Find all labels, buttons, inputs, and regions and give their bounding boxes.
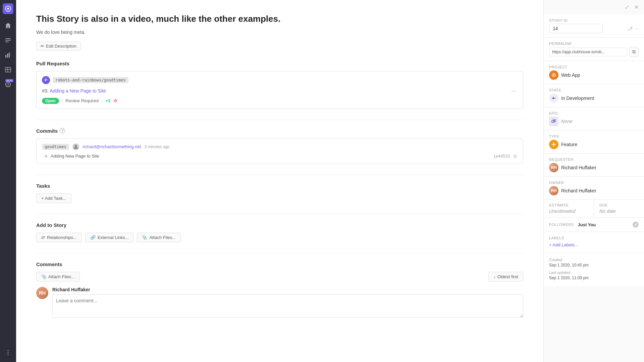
svg-point-24 xyxy=(553,143,555,145)
tasks-title: Tasks xyxy=(36,183,50,189)
home-nav-icon[interactable] xyxy=(2,19,14,32)
external-links-icon: 🔗 xyxy=(90,235,96,240)
commit-author-avatar xyxy=(72,143,79,150)
svg-point-14 xyxy=(8,354,9,355)
comments-section: Comments 📎 Attach Files... ↓ Oldest firs… xyxy=(36,261,523,319)
epic-icon xyxy=(549,117,558,126)
main-content: This Story is also in a video, much like… xyxy=(16,0,543,362)
owner-field[interactable]: Owner RH Richard Huffaker xyxy=(544,177,644,200)
svg-rect-2 xyxy=(5,38,11,39)
svg-rect-8 xyxy=(10,54,11,55)
commenter-name: Richard Huffaker xyxy=(52,287,523,292)
svg-rect-9 xyxy=(5,67,11,72)
created-value: Sep 1 2020, 10:45 pm xyxy=(549,263,589,267)
delete-commit-icon[interactable]: 🗑 xyxy=(513,154,518,159)
pr-number: #3: xyxy=(42,88,48,94)
add-task-button[interactable]: + Add Task... xyxy=(36,193,71,203)
app-logo[interactable] xyxy=(3,3,13,14)
commits-help-icon[interactable]: ? xyxy=(60,128,65,133)
attach-files-comments-icon: 📎 xyxy=(41,274,47,279)
svg-point-1 xyxy=(7,8,9,10)
permalink-input[interactable] xyxy=(549,48,627,56)
commit-message: Adding New Page to Site xyxy=(51,154,99,159)
commit-dot-icon xyxy=(45,155,47,158)
type-value: Feature xyxy=(561,142,577,147)
svg-rect-3 xyxy=(5,40,11,41)
commit-time: 3 minutes ago xyxy=(144,144,169,149)
commit-card: goodtimes richard@richardsomething.net 3… xyxy=(36,138,523,164)
type-field[interactable]: Type Feature xyxy=(544,130,644,154)
remove-follower-button[interactable]: ✕ xyxy=(633,222,639,228)
requester-label: Requester xyxy=(549,158,639,162)
right-sidebar-header: ⤢ ✕ xyxy=(544,0,644,14)
requester-field[interactable]: Requester RH Richard Huffaker xyxy=(544,154,644,177)
more-dots-icon[interactable]: ··· xyxy=(635,26,639,31)
created-row: Created Sep 1 2020, 10:45 pm xyxy=(549,257,639,267)
svg-rect-7 xyxy=(9,53,10,58)
svg-point-17 xyxy=(553,74,554,76)
owner-avatar: RH xyxy=(549,186,558,195)
commit-branch-badge: goodtimes xyxy=(42,144,69,150)
stories-nav-icon[interactable] xyxy=(2,34,14,46)
last-updated-row: Last updated Sep 1 2020, 11:09 pm xyxy=(549,269,639,280)
attach-files-story-button[interactable]: 📎 Attach Files... xyxy=(137,233,181,242)
labels-label: Labels xyxy=(549,236,639,240)
attach-files-comments-button[interactable]: 📎 Attach Files... xyxy=(36,272,80,282)
due-field[interactable]: Due No date xyxy=(594,200,644,218)
state-label: State xyxy=(549,88,639,92)
estimate-value: Unestimated xyxy=(549,208,576,214)
pr-more-button[interactable]: ··· xyxy=(510,87,518,95)
followers-label: Followers xyxy=(549,223,574,227)
type-label: Type xyxy=(549,134,639,138)
story-title: This Story is also in a video, much like… xyxy=(36,13,523,25)
close-icon[interactable]: ✕ xyxy=(633,3,640,12)
pull-requests-title: Pull Requests xyxy=(36,61,69,66)
relationships-button[interactable]: ⇄ Relationships... xyxy=(36,233,82,242)
reports-nav-icon[interactable] xyxy=(2,49,14,61)
external-links-button[interactable]: 🔗 External Links... xyxy=(85,233,134,242)
pull-requests-section: Pull Requests P robots-and-rainbows/good… xyxy=(36,61,523,109)
pr-title-link[interactable]: Adding a New Page to Site xyxy=(50,88,106,94)
story-id-label: Story ID xyxy=(549,18,639,22)
requester-value: Richard Huffaker xyxy=(561,165,596,170)
type-icon xyxy=(549,140,558,149)
project-icon xyxy=(549,70,558,80)
followers-value: Just You xyxy=(578,222,596,227)
estimate-field[interactable]: Estimate Unestimated xyxy=(544,200,594,218)
map-nav-icon[interactable] xyxy=(2,64,14,76)
edit-description-button[interactable]: ✏ Edit Description xyxy=(36,42,81,51)
pr-status-badge: Open xyxy=(42,98,59,104)
pr-repo-badge: robots-and-rainbows/goodtimes xyxy=(53,77,128,83)
project-field[interactable]: Project Web App xyxy=(544,61,644,84)
sort-comments-button[interactable]: ↓ Oldest first xyxy=(488,272,523,282)
pr-review-text: Review Required xyxy=(65,98,99,103)
svg-point-12 xyxy=(8,350,9,351)
commit-hash: 1e4d533 xyxy=(493,154,510,159)
estimate-due-row: Estimate Unestimated Due No date xyxy=(544,200,644,218)
left-sidebar: BETA xyxy=(0,0,16,362)
comment-textarea[interactable] xyxy=(52,294,523,318)
epic-label: Epic xyxy=(549,111,639,115)
story-id-input[interactable] xyxy=(549,24,603,33)
story-description: We do love being meta. xyxy=(36,29,523,35)
sort-down-icon: ↓ xyxy=(493,274,496,279)
add-labels-button[interactable]: + Add Labels... xyxy=(549,241,578,248)
expand-icon[interactable]: ⤢ xyxy=(623,3,630,12)
labels-field: Labels + Add Labels... xyxy=(544,232,644,253)
branch-icon[interactable]: ⎇ xyxy=(627,26,633,31)
meta-dates: Created Sep 1 2020, 10:45 pm Last update… xyxy=(544,253,644,286)
commits-section: Commits ? goodtimes richard@richardsomet… xyxy=(36,128,523,164)
svg-rect-6 xyxy=(7,54,8,58)
project-label: Project xyxy=(549,65,639,69)
epic-field[interactable]: Epic None xyxy=(544,107,644,130)
svg-rect-5 xyxy=(5,55,6,58)
beta-label: BETA xyxy=(5,79,13,82)
more-nav-icon[interactable] xyxy=(2,347,14,359)
pull-request-card: P robots-and-rainbows/goodtimes #3: Addi… xyxy=(36,71,523,109)
add-to-story-section: Add to Story ⇄ Relationships... 🔗 Extern… xyxy=(36,222,523,242)
copy-permalink-button[interactable]: ⧉ xyxy=(629,47,639,57)
comment-row: RH Richard Huffaker xyxy=(36,287,523,319)
state-field[interactable]: State In Development xyxy=(544,84,644,107)
add-to-story-title: Add to Story xyxy=(36,222,66,228)
due-value: No date xyxy=(599,208,616,214)
